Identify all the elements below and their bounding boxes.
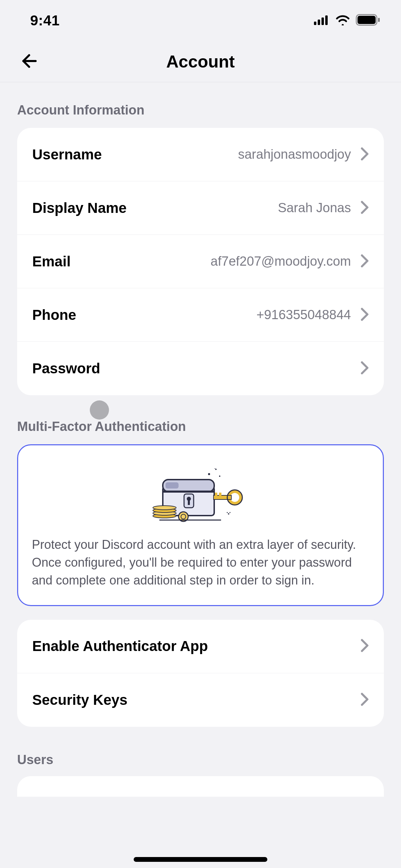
svg-rect-5 [357,16,376,24]
cellular-icon [314,15,330,26]
chevron-right-icon [361,692,369,708]
users-card [17,776,384,797]
status-icons [314,14,380,27]
svg-rect-2 [321,17,324,25]
mfa-illustration [32,466,369,526]
email-label: Email [32,253,71,270]
email-value: af7ef207@moodjoy.com [210,254,351,269]
phone-row[interactable]: Phone +916355048844 [17,288,384,342]
password-row[interactable]: Password [17,342,384,395]
username-row[interactable]: Username sarahjonasmoodjoy [17,128,384,181]
status-time: 9:41 [30,12,60,29]
battery-icon [356,14,380,27]
page-title: Account [0,52,401,72]
svg-point-8 [215,469,217,470]
svg-point-31 [230,512,231,513]
mfa-info-text: Protect your Discord account with an ext… [32,536,369,590]
home-indicator [134,857,267,862]
treasure-chest-key-icon [139,466,262,526]
mfa-heading: Multi-Factor Authentication [0,395,401,444]
enable-authenticator-row[interactable]: Enable Authenticator App [17,620,384,673]
enable-authenticator-label: Enable Authenticator App [32,638,208,654]
chevron-right-icon [361,308,369,323]
touch-indicator [90,400,109,420]
svg-point-25 [153,506,176,510]
svg-rect-3 [325,15,328,25]
display-name-row[interactable]: Display Name Sarah Jonas [17,181,384,235]
back-button[interactable] [17,50,41,74]
users-heading: Users [0,727,401,776]
chevron-right-icon [361,147,369,162]
nav-header: Account [0,41,401,82]
email-row[interactable]: Email af7ef207@moodjoy.com [17,235,384,288]
wifi-icon [335,14,350,27]
chevron-right-icon [361,361,369,376]
chevron-right-icon [361,201,369,216]
status-bar: 9:41 [0,0,401,41]
mfa-options-card: Enable Authenticator App Security Keys [17,620,384,727]
svg-rect-19 [215,493,217,496]
svg-rect-6 [378,18,380,22]
account-info-heading: Account Information [0,82,401,128]
svg-rect-1 [318,20,320,25]
svg-rect-20 [219,493,221,496]
svg-point-7 [208,473,210,475]
svg-rect-12 [166,482,179,489]
username-value: sarahjonasmoodjoy [238,147,351,162]
mfa-info-card: Protect your Discord account with an ext… [17,444,384,606]
account-info-card: Username sarahjonasmoodjoy Display Name … [17,128,384,395]
phone-value: +916355048844 [256,308,351,322]
arrow-left-icon [21,52,38,71]
phone-label: Phone [32,307,76,323]
svg-point-9 [215,468,215,469]
svg-point-30 [227,512,228,513]
svg-point-29 [228,513,229,515]
security-keys-label: Security Keys [32,692,127,708]
svg-rect-13 [163,491,214,493]
display-name-value: Sarah Jonas [278,201,351,215]
chevron-right-icon [361,639,369,654]
svg-rect-16 [188,500,190,505]
svg-rect-0 [314,22,316,25]
display-name-label: Display Name [32,200,126,216]
username-label: Username [32,146,102,163]
security-keys-row[interactable]: Security Keys [17,673,384,727]
password-label: Password [32,360,100,377]
chevron-right-icon [361,254,369,269]
